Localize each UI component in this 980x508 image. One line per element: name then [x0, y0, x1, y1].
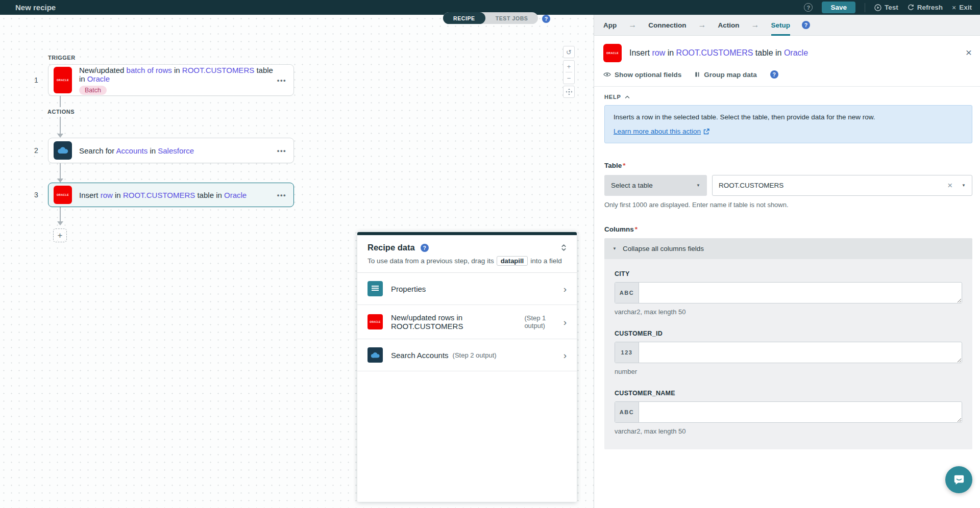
app-link[interactable]: Oracle [87, 74, 110, 83]
close-icon: × [952, 4, 956, 12]
oracle-icon: ORACLE [54, 186, 72, 204]
properties-icon [368, 281, 383, 296]
column-name: CUSTOMER_ID [615, 330, 962, 337]
help-icon[interactable]: ? [804, 3, 813, 12]
actions-label: ACTIONS [47, 109, 75, 115]
arrow-right-icon: → [751, 20, 760, 30]
help-section-toggle[interactable]: HELP [604, 94, 972, 100]
app-link[interactable]: Salesforce [158, 146, 194, 155]
fit-view-button[interactable] [563, 86, 575, 98]
zoom-in-button[interactable]: + [564, 61, 574, 72]
eye-icon [603, 72, 611, 77]
customer-id-input[interactable] [639, 342, 962, 363]
fit-view-icon [564, 86, 574, 97]
play-icon [874, 4, 881, 11]
row-link[interactable]: row [101, 191, 113, 199]
more-options-icon[interactable]: ••• [277, 77, 286, 84]
list-item-properties[interactable]: Properties › [357, 273, 577, 305]
help-icon[interactable]: ? [421, 244, 429, 252]
table-link[interactable]: ROOT.CUSTOMERS [676, 48, 753, 57]
type-addon: ABC [615, 402, 639, 422]
chevron-right-icon: › [564, 284, 567, 294]
refresh-button[interactable]: Refresh [908, 4, 943, 11]
type-addon: 123 [615, 342, 639, 363]
test-button[interactable]: Test [874, 4, 898, 11]
breadcrumb-connection[interactable]: Connection [648, 15, 686, 36]
reset-icon[interactable]: ↺ [564, 46, 574, 58]
connector-arrowhead [57, 221, 63, 225]
breadcrumb-app[interactable]: App [603, 15, 617, 36]
step-card-insert-row[interactable]: ORACLE Insert row in ROOT.CUSTOMERS tabl… [48, 183, 294, 207]
city-input[interactable] [639, 283, 962, 303]
zoom-reset-button[interactable]: ↺ [563, 46, 575, 58]
step-number: 2 [31, 146, 41, 155]
help-box: Inserts a row in the selected table. Sel… [604, 105, 972, 143]
help-icon[interactable]: ? [802, 21, 810, 29]
table-link[interactable]: ROOT.CUSTOMERS [182, 66, 254, 74]
breadcrumb-action[interactable]: Action [718, 15, 740, 36]
more-options-icon[interactable]: ••• [277, 191, 286, 199]
trigger-label: TRIGGER [48, 55, 76, 61]
close-panel-icon[interactable]: × [966, 47, 972, 58]
table-name-field-wrap: × ▼ [712, 175, 972, 196]
app-link[interactable]: Oracle [224, 191, 247, 199]
oracle-icon: ORACLE [368, 314, 383, 329]
salesforce-icon [368, 347, 383, 363]
connector-arrowhead [57, 134, 63, 138]
group-map-data-button[interactable]: Group map data [695, 71, 757, 79]
columns-field-label: Columns* [604, 225, 972, 233]
list-item-step2-output[interactable]: Search Accounts (Step 2 output) › [357, 339, 577, 371]
show-optional-fields-button[interactable]: Show optional fields [603, 71, 681, 79]
step-card-trigger[interactable]: ORACLE New/updated batch of rows in ROOT… [48, 64, 294, 96]
table-name-input[interactable] [719, 182, 947, 189]
chat-widget-button[interactable] [945, 466, 972, 493]
recipe-data-title: Recipe data [368, 243, 415, 252]
learn-more-link[interactable]: Learn more about this action [614, 128, 701, 135]
column-name: CUSTOMER_NAME [615, 390, 962, 397]
caret-down-icon: ▼ [696, 183, 700, 188]
tab-test-jobs[interactable]: TEST JOBS [485, 12, 538, 24]
column-helper: varchar2, max length 50 [615, 427, 962, 435]
column-name: CITY [615, 270, 962, 277]
zoom-out-button[interactable]: − [564, 72, 574, 84]
arrow-right-icon: → [698, 20, 706, 30]
exit-button[interactable]: × Exit [952, 4, 972, 12]
connector-line [60, 117, 61, 134]
connector-line [60, 207, 61, 221]
object-link[interactable]: Accounts [116, 146, 148, 155]
select-table-dropdown[interactable]: Select a table ▼ [604, 175, 707, 196]
more-options-icon[interactable]: ••• [277, 147, 286, 155]
connector-line [60, 163, 61, 179]
save-button[interactable]: Save [822, 2, 855, 13]
oracle-icon: ORACLE [603, 44, 622, 62]
salesforce-icon [54, 141, 72, 160]
trigger-event-link[interactable]: batch of rows [127, 66, 172, 74]
step-card-search-accounts[interactable]: Search for Accounts in Salesforce ••• [48, 138, 294, 163]
row-link[interactable]: row [652, 48, 665, 57]
oracle-icon: ORACLE [54, 67, 72, 93]
table-link[interactable]: ROOT.CUSTOMERS [123, 191, 195, 199]
help-icon[interactable]: ? [770, 70, 778, 79]
breadcrumb: App → Connection → Action → Setup ? [594, 15, 980, 36]
datapill-sample: datapill [497, 256, 528, 266]
add-step-button[interactable]: + [53, 228, 67, 242]
recipe-title: New recipe [15, 3, 56, 12]
caret-down-icon: ▼ [612, 246, 617, 251]
collapse-columns-button[interactable]: ▼ Collapse all columns fields [604, 238, 972, 259]
recipe-data-panel: Recipe data ? To use data from a previou… [357, 232, 577, 502]
collapse-panel-icon[interactable] [561, 244, 567, 251]
clear-icon[interactable]: × [947, 181, 952, 190]
step-title: Search for Accounts in Salesforce [79, 146, 277, 155]
chevron-right-icon: › [564, 317, 567, 327]
tab-recipe[interactable]: RECIPE [443, 12, 485, 24]
app-link[interactable]: Oracle [784, 48, 808, 57]
type-addon: ABC [615, 283, 639, 303]
column-field-customer-name: CUSTOMER_NAME ABC varchar2, max length 5… [615, 390, 962, 435]
breadcrumb-setup[interactable]: Setup [771, 15, 791, 36]
required-mark: * [635, 225, 638, 233]
customer-name-input[interactable] [639, 402, 962, 422]
recipe-data-hint: To use data from a previous step, drag i… [368, 256, 567, 266]
list-item-step1-output[interactable]: ORACLE New/updated rows in ROOT.CUSTOMER… [357, 305, 577, 339]
help-icon[interactable]: ? [542, 15, 550, 23]
caret-down-icon[interactable]: ▼ [962, 183, 966, 188]
